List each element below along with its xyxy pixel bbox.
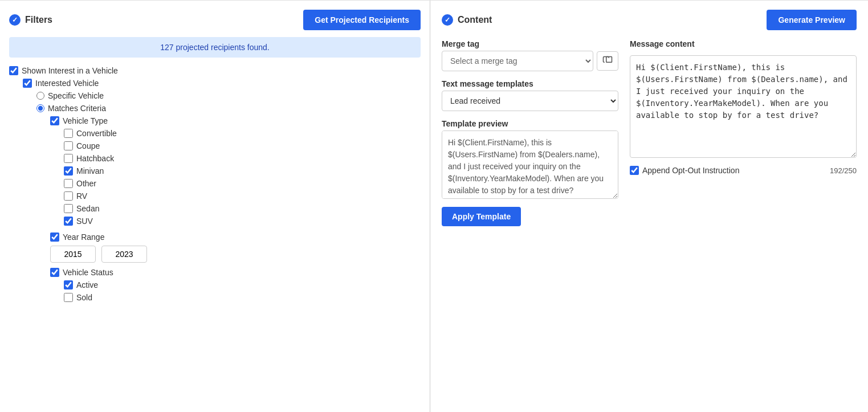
templates-section: Text message templates Lead received — [442, 79, 618, 111]
shown-interest-label: Shown Interest in a Vehicle — [22, 66, 118, 75]
active-status-checkbox[interactable] — [64, 280, 73, 289]
sedan-item: Sedan — [64, 202, 418, 215]
rv-item: RV — [64, 190, 418, 202]
apply-template-button[interactable]: Apply Template — [442, 207, 521, 226]
minivan-checkbox[interactable] — [64, 166, 73, 176]
convertible-label: Convertible — [76, 129, 117, 138]
year-from-input[interactable] — [50, 246, 96, 263]
template-preview-label: Template preview — [442, 119, 618, 128]
matches-criteria-radio[interactable] — [36, 104, 44, 112]
suv-checkbox[interactable] — [64, 217, 73, 226]
active-status-item: Active — [64, 279, 418, 291]
opt-out-row: Append Opt-Out Instruction 192/250 — [630, 166, 857, 175]
template-preview-text: Hi $(Client.FirstName), this is $(Users.… — [448, 138, 604, 195]
template-preview-section: Template preview Hi $(Client.FirstName),… — [442, 119, 618, 199]
interested-vehicle-checkbox[interactable] — [23, 79, 32, 88]
template-select[interactable]: Lead received — [442, 91, 618, 111]
filters-header: ✓ Filters Get Projected Recipients — [9, 10, 421, 30]
interested-vehicle-label: Interested Vehicle — [35, 79, 99, 88]
vehicle-status-checkbox[interactable] — [50, 268, 59, 277]
sedan-label: Sedan — [76, 204, 99, 213]
vehicle-type-item: Vehicle Type — [50, 115, 418, 127]
get-projected-recipients-button[interactable]: Get Projected Recipients — [303, 10, 421, 30]
suv-label: SUV — [76, 217, 93, 226]
rv-checkbox[interactable] — [64, 191, 73, 201]
hatchback-checkbox[interactable] — [64, 154, 73, 163]
filters-tree: Shown Interest in a Vehicle Interested V… — [9, 64, 421, 304]
other-item: Other — [64, 177, 418, 190]
append-opt-out-label: Append Opt-Out Instruction — [642, 166, 739, 175]
vehicle-status-item: Vehicle Status — [50, 266, 418, 279]
template-preview-box: Hi $(Client.FirstName), this is $(Users.… — [442, 130, 618, 199]
filters-panel: ✓ Filters Get Projected Recipients 127 p… — [0, 1, 430, 412]
content-header: ✓ Content Generate Preview — [442, 10, 857, 30]
sold-status-checkbox[interactable] — [64, 293, 73, 302]
active-status-label: Active — [76, 280, 98, 289]
templates-label: Text message templates — [442, 79, 618, 88]
year-range-checkbox[interactable] — [50, 232, 59, 242]
suv-item: SUV — [64, 215, 418, 227]
vehicle-status-label: Vehicle Status — [63, 268, 113, 277]
convertible-item: Convertible — [64, 127, 418, 140]
right-content-col: Message content Hi $(Client.FirstName), … — [630, 39, 857, 226]
rv-label: RV — [76, 191, 87, 201]
interested-vehicle-item: Interested Vehicle — [23, 77, 418, 89]
filters-title: Filters — [25, 15, 52, 25]
message-content-textarea[interactable]: Hi $(Client.FirstName), this is $(Users.… — [630, 55, 857, 158]
specific-vehicle-item: Specific Vehicle — [36, 89, 418, 102]
coupe-checkbox[interactable] — [64, 141, 73, 150]
year-range-inputs — [50, 246, 418, 263]
sedan-checkbox[interactable] — [64, 204, 73, 213]
shown-interest-item: Shown Interest in a Vehicle — [9, 64, 418, 77]
merge-tag-section: Merge tag Select a merge tag — [442, 39, 618, 71]
generate-preview-button[interactable]: Generate Preview — [767, 10, 857, 30]
specific-vehicle-label: Specific Vehicle — [48, 91, 104, 100]
coupe-label: Coupe — [76, 141, 100, 150]
opt-out-left: Append Opt-Out Instruction — [630, 166, 739, 175]
year-to-input[interactable] — [101, 246, 147, 263]
message-content-label: Message content — [630, 39, 857, 48]
content-columns: Merge tag Select a merge tag — [442, 39, 857, 226]
clipboard-icon — [602, 56, 613, 66]
specific-vehicle-radio[interactable] — [36, 92, 44, 100]
convertible-checkbox[interactable] — [64, 129, 73, 138]
other-label: Other — [76, 179, 96, 188]
merge-tag-label: Merge tag — [442, 39, 618, 48]
char-count: 192/250 — [830, 166, 857, 175]
merge-tag-select[interactable]: Select a merge tag — [442, 51, 593, 71]
hatchback-item: Hatchback — [64, 152, 418, 165]
left-content-col: Merge tag Select a merge tag — [442, 39, 618, 226]
merge-tag-row: Select a merge tag — [442, 51, 618, 71]
append-opt-out-checkbox[interactable] — [630, 166, 639, 175]
filters-title-group: ✓ Filters — [9, 14, 52, 26]
matches-criteria-item: Matches Criteria — [36, 102, 418, 115]
vehicle-type-checkbox[interactable] — [50, 116, 59, 125]
content-panel: ✓ Content Generate Preview Merge tag Sel… — [430, 1, 868, 412]
minivan-item: Minivan — [64, 165, 418, 177]
content-title: Content — [458, 15, 492, 25]
coupe-item: Coupe — [64, 140, 418, 152]
content-title-group: ✓ Content — [442, 14, 492, 26]
sold-status-label: Sold — [76, 293, 92, 302]
shown-interest-checkbox[interactable] — [9, 66, 18, 75]
content-check-icon: ✓ — [442, 14, 453, 26]
recipients-banner: 127 projected recipients found. — [9, 37, 421, 58]
minivan-label: Minivan — [76, 166, 104, 176]
hatchback-label: Hatchback — [76, 154, 114, 163]
other-checkbox[interactable] — [64, 179, 73, 188]
matches-criteria-label: Matches Criteria — [48, 104, 106, 113]
year-range-label: Year Range — [63, 232, 104, 242]
vehicle-type-label: Vehicle Type — [63, 116, 108, 125]
copy-merge-tag-button[interactable] — [597, 51, 618, 71]
sold-status-item: Sold — [64, 291, 418, 304]
year-range-item: Year Range — [50, 231, 418, 243]
filters-check-icon: ✓ — [9, 14, 21, 26]
